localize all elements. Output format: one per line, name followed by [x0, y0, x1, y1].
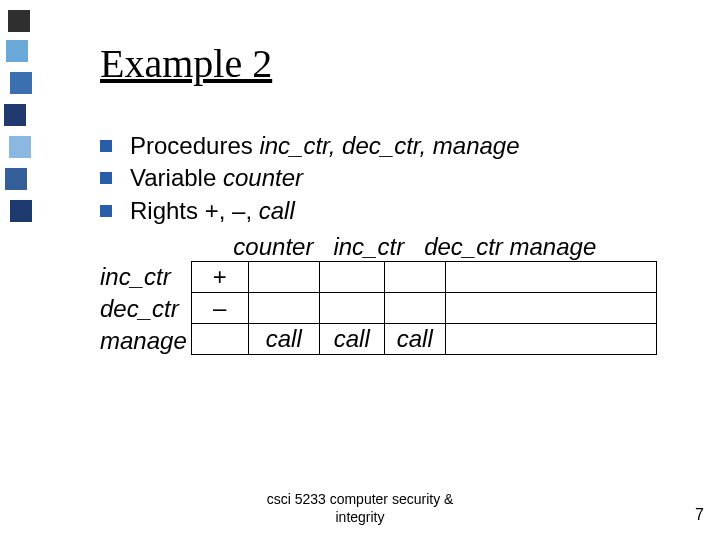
- accent-square: [8, 10, 30, 32]
- bullet-prefix: Procedures: [130, 132, 259, 159]
- col-header: manage: [510, 233, 597, 260]
- cell: [319, 262, 384, 293]
- bullet-text: Procedures inc_ctr, dec_ctr, manage: [130, 130, 520, 162]
- bullet-item: Rights +, –, call: [100, 195, 680, 227]
- bullet-text: Variable counter: [130, 162, 303, 194]
- table-row: call call call: [191, 324, 656, 355]
- cell: +: [191, 262, 248, 293]
- accent-square: [6, 40, 28, 62]
- row-labels: inc_ctr dec_ctr manage: [100, 261, 191, 357]
- matrix-wrap: inc_ctr dec_ctr manage + – call: [100, 261, 680, 357]
- bullet-tail: +, –, call: [205, 197, 295, 224]
- cell: –: [191, 293, 248, 324]
- cell: [445, 293, 656, 324]
- accent-square: [10, 72, 32, 94]
- square-bullet-icon: [100, 172, 112, 184]
- footer-line: integrity: [335, 509, 384, 525]
- cell: [191, 324, 248, 355]
- side-accent: [0, 0, 36, 540]
- accent-square: [10, 200, 32, 222]
- footer-line: csci 5233 computer security &: [267, 491, 454, 507]
- bullet-item: Variable counter: [100, 162, 680, 194]
- square-bullet-icon: [100, 205, 112, 217]
- col-header: inc_ctr: [333, 233, 404, 260]
- row-label: dec_ctr: [100, 293, 187, 325]
- bullet-italic: inc_ctr, dec_ctr, manage: [259, 132, 519, 159]
- cell: [319, 293, 384, 324]
- row-label: manage: [100, 325, 187, 357]
- bullet-italic: counter: [223, 164, 303, 191]
- accent-square: [5, 168, 27, 190]
- table-row: –: [191, 293, 656, 324]
- content-area: Procedures inc_ctr, dec_ctr, manage Vari…: [100, 130, 680, 357]
- cell: call: [319, 324, 384, 355]
- bullet-list: Procedures inc_ctr, dec_ctr, manage Vari…: [100, 130, 680, 227]
- accent-square: [4, 104, 26, 126]
- cell: [384, 262, 445, 293]
- table-row: +: [191, 262, 656, 293]
- accent-square: [9, 136, 31, 158]
- bullet-prefix: Variable: [130, 164, 223, 191]
- cell: [445, 262, 656, 293]
- footer: csci 5233 computer security & integrity: [0, 491, 720, 526]
- bullet-prefix: Rights: [130, 197, 205, 224]
- page-title: Example 2: [100, 40, 272, 87]
- cell: [384, 293, 445, 324]
- col-header: dec_ctr: [424, 233, 503, 260]
- cell: call: [384, 324, 445, 355]
- col-header: counter: [233, 233, 313, 260]
- cell: [445, 324, 656, 355]
- bullet-item: Procedures inc_ctr, dec_ctr, manage: [100, 130, 680, 162]
- page-number: 7: [695, 506, 704, 524]
- row-label: inc_ctr: [100, 261, 187, 293]
- access-matrix-table: + – call call call: [191, 261, 657, 355]
- table-col-headers: counter inc_ctr dec_ctr manage: [100, 233, 680, 261]
- cell: [248, 262, 319, 293]
- square-bullet-icon: [100, 140, 112, 152]
- cell: call: [248, 324, 319, 355]
- cell: [248, 293, 319, 324]
- bullet-text: Rights +, –, call: [130, 195, 295, 227]
